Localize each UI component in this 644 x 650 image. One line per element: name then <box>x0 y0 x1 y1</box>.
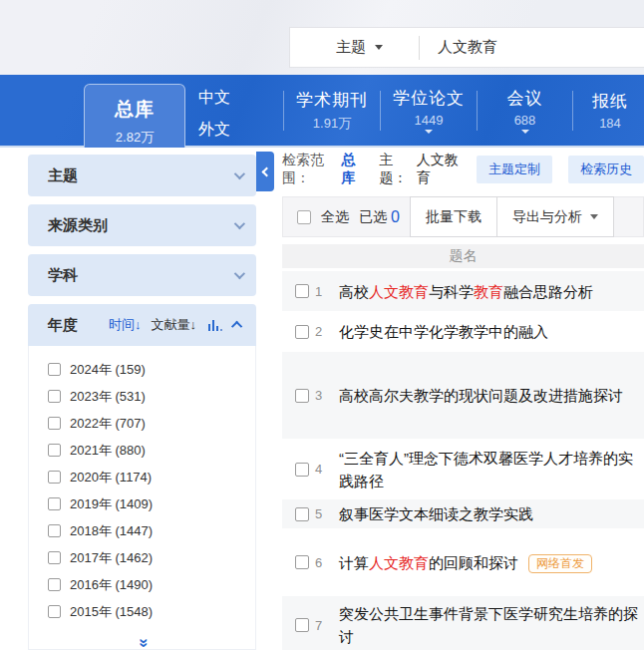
first-publish-badge[interactable]: 网络首发 <box>528 554 592 573</box>
title-column-header: 题名 <box>450 247 478 265</box>
row-checkbox[interactable] <box>295 284 309 298</box>
keyword-highlight: 教育 <box>474 283 503 300</box>
double-chevron-down-icon: « <box>133 638 153 647</box>
title-text: 高校 <box>339 283 369 300</box>
select-all-checkbox[interactable] <box>297 210 311 224</box>
lang-chinese[interactable]: 中文 <box>198 88 230 108</box>
chevron-down-icon <box>234 168 245 179</box>
sort-time-label: 时间 <box>109 317 135 332</box>
export-analyze-button[interactable]: 导出与分析 <box>497 196 614 237</box>
results-toolbar: 全选 已选 0 清除 批量下载 导出与分析 <box>282 196 644 237</box>
year-item[interactable]: 2021年 (880) <box>29 437 255 464</box>
year-checkbox[interactable] <box>48 363 61 376</box>
year-sort-controls: 时间↓ 文献量↓ <box>109 316 242 334</box>
row-number: 6 <box>315 555 331 570</box>
sort-down-icon: ↓ <box>135 317 142 332</box>
year-checkbox[interactable] <box>48 578 61 591</box>
year-checkbox[interactable] <box>48 605 61 618</box>
result-title-link[interactable]: 化学史在中学化学教学中的融入 <box>339 320 548 343</box>
filter-groups: 主题来源类别学科 <box>28 155 256 296</box>
year-label: 2020年 (1174) <box>70 469 152 487</box>
year-label: 2019年 (1409) <box>70 495 153 513</box>
table-row: 2化学史在中学化学教学中的融入 <box>282 314 644 349</box>
nav-item[interactable]: 报纸184 <box>573 75 644 146</box>
year-item[interactable]: 2018年 (1447) <box>29 517 255 544</box>
year-checkbox[interactable] <box>48 390 61 403</box>
row-number: 4 <box>315 462 331 477</box>
year-list: 2024年 (159)2023年 (531)2022年 (707)2021年 (… <box>28 346 256 650</box>
nav-item-count: 184 <box>599 116 621 131</box>
year-item[interactable]: 2016年 (1490) <box>29 571 255 598</box>
year-item[interactable]: 2024年 (159) <box>29 356 255 383</box>
search-history-button[interactable]: 检索历史 <box>568 156 644 183</box>
select-all-label[interactable]: 全选 <box>321 208 349 226</box>
bar-chart-icon[interactable] <box>208 320 222 331</box>
nav-item[interactable]: 学位论文1449 <box>381 75 477 146</box>
year-item[interactable]: 2023年 (531) <box>29 383 255 410</box>
result-title-link[interactable]: 高校人文教育与科学教育融合思路分析 <box>339 280 593 303</box>
search-scope-row: 检索范围： 总库 主题： 人文教育 主题定制 检索历史 <box>282 155 644 184</box>
tab-total-library[interactable]: 总库 2.82万 <box>84 84 185 148</box>
table-row: 7突发公共卫生事件背景下医学研究生培养的探讨 <box>282 596 644 650</box>
search-field-label: 主题 <box>336 38 366 57</box>
year-item[interactable]: 2020年 (1174) <box>29 464 255 490</box>
row-checkbox[interactable] <box>295 389 309 403</box>
results-area: 检索范围： 总库 主题： 人文教育 主题定制 检索历史 全选 已选 0 清除 批… <box>282 155 644 650</box>
year-item[interactable]: 2015年 (1548) <box>29 598 255 625</box>
filter-group-header[interactable]: 主题 <box>28 155 256 196</box>
language-switch: 中文 外文 <box>198 88 230 152</box>
result-title-link[interactable]: “三全育人”理念下德术双馨医学人才培养的实践路径 <box>339 447 644 492</box>
nav-item-label: 学术期刊 <box>296 89 368 112</box>
year-checkbox[interactable] <box>48 497 61 510</box>
nav-item-label: 学位论文 <box>393 87 465 110</box>
batch-download-button[interactable]: 批量下载 <box>410 196 497 237</box>
nav-item[interactable]: 学术期刊1.91万 <box>284 75 380 146</box>
year-checkbox[interactable] <box>48 551 61 564</box>
sidebar-collapse-button[interactable] <box>256 152 274 191</box>
result-title-link[interactable]: 高校高尔夫教学的现状问题及改进措施探讨 <box>339 384 623 407</box>
result-title-link[interactable]: 叙事医学文本细读之教学实践 <box>339 502 533 525</box>
row-checkbox[interactable] <box>295 507 309 521</box>
results-table-body: 1高校人文教育与科学教育融合思路分析2化学史在中学化学教学中的融入3高校高尔夫教… <box>282 271 644 650</box>
year-checkbox[interactable] <box>48 524 61 537</box>
filter-group-header[interactable]: 学科 <box>28 254 256 296</box>
year-item[interactable]: 2022年 (707) <box>29 410 255 437</box>
search-field-selector[interactable]: 主题 <box>290 38 383 57</box>
divider <box>419 36 420 60</box>
nav-items: 学术期刊1.91万学位论文1449会议688报纸184 <box>283 75 644 146</box>
lang-foreign[interactable]: 外文 <box>198 120 230 140</box>
filter-group-header[interactable]: 来源类别 <box>28 204 256 246</box>
year-checkbox[interactable] <box>48 471 61 484</box>
filter-group-label: 主题 <box>48 166 234 185</box>
filter-group-label: 来源类别 <box>48 216 234 235</box>
year-label: 2023年 (531) <box>70 388 146 406</box>
table-row: 4“三全育人”理念下德术双馨医学人才培养的实践路径 <box>282 442 644 496</box>
year-label: 2015年 (1548) <box>70 603 153 621</box>
nav-item-count: 1.91万 <box>313 115 351 133</box>
row-checkbox[interactable] <box>295 618 309 632</box>
filter-sidebar: 主题来源类别学科 年度 时间↓ 文献量↓ 2024年 (159)2023年 (5… <box>28 155 256 650</box>
title-text: 计算 <box>339 554 369 571</box>
result-title-link[interactable]: 计算人文教育的回顾和探讨网络首发 <box>339 551 592 574</box>
row-checkbox[interactable] <box>295 325 309 339</box>
chevron-down-icon <box>521 130 529 134</box>
scope-database-link[interactable]: 总库 <box>341 152 363 187</box>
year-checkbox[interactable] <box>48 417 61 430</box>
year-checkbox[interactable] <box>48 444 61 457</box>
nav-item[interactable]: 会议688 <box>478 75 572 146</box>
chevron-up-icon[interactable] <box>231 321 242 332</box>
search-input[interactable] <box>438 39 617 56</box>
year-panel-header[interactable]: 年度 时间↓ 文献量↓ <box>28 304 256 346</box>
year-item[interactable]: 2017年 (1462) <box>29 544 255 571</box>
topic-customize-button[interactable]: 主题定制 <box>477 156 552 183</box>
sort-by-time-button[interactable]: 时间↓ <box>109 316 142 334</box>
row-checkbox[interactable] <box>295 555 309 569</box>
sort-by-count-button[interactable]: 文献量↓ <box>152 316 197 334</box>
scope-topic-value: 人文教育 <box>417 152 461 187</box>
year-label: 2024年 (159) <box>70 361 146 379</box>
result-title-link[interactable]: 突发公共卫生事件背景下医学研究生培养的探讨 <box>339 602 644 648</box>
row-number: 1 <box>315 284 331 299</box>
year-item[interactable]: 2019年 (1409) <box>29 490 255 517</box>
row-checkbox[interactable] <box>295 463 309 477</box>
show-more-years-button[interactable]: « <box>29 633 255 650</box>
